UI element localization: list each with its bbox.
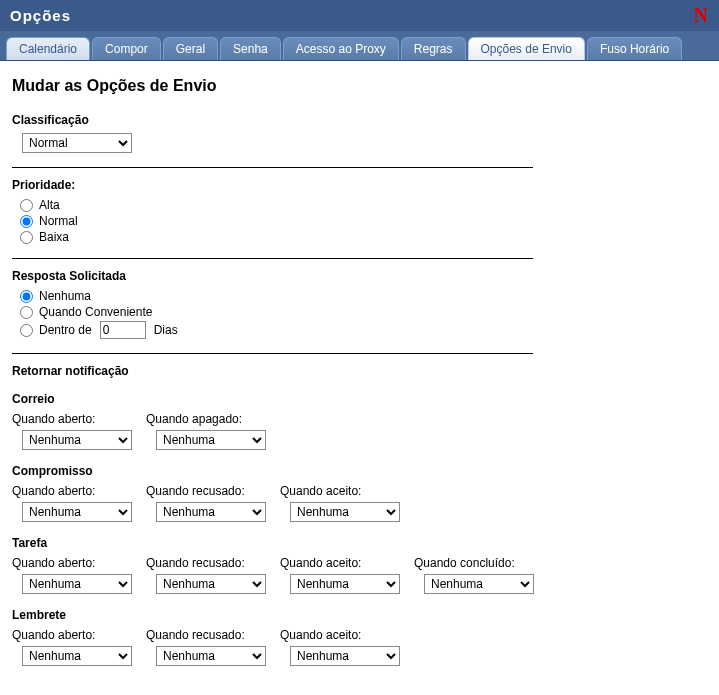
task-heading: Tarefa — [12, 536, 533, 550]
tab-regras[interactable]: Regras — [401, 37, 466, 60]
reply-within-label: Dentro de — [39, 323, 92, 337]
priority-option-label: Baixa — [39, 230, 69, 244]
task-accepted-select[interactable]: Nenhuma — [290, 574, 400, 594]
priority-option-label: Normal — [39, 214, 78, 228]
priority-option-label: Alta — [39, 198, 60, 212]
appt-declined-label: Quando recusado: — [146, 484, 266, 498]
divider — [12, 353, 533, 354]
reply-within-days-input[interactable] — [100, 321, 146, 339]
note-opened-select[interactable]: Nenhuma — [22, 646, 132, 666]
tab-opcoes-envio[interactable]: Opções de Envio — [468, 37, 585, 60]
appt-declined-select[interactable]: Nenhuma — [156, 502, 266, 522]
task-completed-select[interactable]: Nenhuma — [424, 574, 534, 594]
reply-label: Resposta Solicitada — [12, 269, 533, 283]
tab-geral[interactable]: Geral — [163, 37, 218, 60]
task-opened-label: Quando aberto: — [12, 556, 132, 570]
note-heading: Lembrete — [12, 608, 533, 622]
task-declined-label: Quando recusado: — [146, 556, 266, 570]
mail-deleted-select[interactable]: Nenhuma — [156, 430, 266, 450]
task-opened-select[interactable]: Nenhuma — [22, 574, 132, 594]
priority-radio-baixa[interactable] — [20, 231, 33, 244]
mail-opened-label: Quando aberto: — [12, 412, 132, 426]
titlebar: Opções N — [0, 0, 719, 31]
divider — [12, 167, 533, 168]
tab-bar: Calendário Compor Geral Senha Acesso ao … — [0, 31, 719, 61]
task-completed-label: Quando concluído: — [414, 556, 534, 570]
task-declined-select[interactable]: Nenhuma — [156, 574, 266, 594]
note-opened-label: Quando aberto: — [12, 628, 132, 642]
note-accepted-select[interactable]: Nenhuma — [290, 646, 400, 666]
tab-compor[interactable]: Compor — [92, 37, 161, 60]
priority-label: Prioridade: — [12, 178, 533, 192]
note-accepted-label: Quando aceito: — [280, 628, 400, 642]
return-notify-label: Retornar notificação — [12, 364, 533, 378]
mail-deleted-label: Quando apagado: — [146, 412, 266, 426]
tab-acesso-proxy[interactable]: Acesso ao Proxy — [283, 37, 399, 60]
page-heading: Mudar as Opções de Envio — [12, 77, 533, 95]
priority-radio-alta[interactable] — [20, 199, 33, 212]
reply-radio-convenient[interactable] — [20, 306, 33, 319]
reply-option-label: Quando Conveniente — [39, 305, 152, 319]
reply-within-suffix: Dias — [154, 323, 178, 337]
appt-heading: Compromisso — [12, 464, 533, 478]
divider — [12, 258, 533, 259]
novell-logo: N — [694, 4, 709, 27]
appt-accepted-label: Quando aceito: — [280, 484, 400, 498]
reply-radio-within[interactable] — [20, 324, 33, 337]
window-title: Opções — [10, 7, 71, 24]
appt-opened-select[interactable]: Nenhuma — [22, 502, 132, 522]
classification-label: Classificação — [12, 113, 533, 127]
content-pane: Mudar as Opções de Envio Classificação N… — [0, 61, 545, 676]
tab-senha[interactable]: Senha — [220, 37, 281, 60]
appt-accepted-select[interactable]: Nenhuma — [290, 502, 400, 522]
mail-opened-select[interactable]: Nenhuma — [22, 430, 132, 450]
priority-radio-normal[interactable] — [20, 215, 33, 228]
note-declined-select[interactable]: Nenhuma — [156, 646, 266, 666]
reply-radio-none[interactable] — [20, 290, 33, 303]
mail-heading: Correio — [12, 392, 533, 406]
reply-option-label: Nenhuma — [39, 289, 91, 303]
appt-opened-label: Quando aberto: — [12, 484, 132, 498]
tab-fuso-horario[interactable]: Fuso Horário — [587, 37, 682, 60]
tab-calendario[interactable]: Calendário — [6, 37, 90, 60]
note-declined-label: Quando recusado: — [146, 628, 266, 642]
task-accepted-label: Quando aceito: — [280, 556, 400, 570]
classification-select[interactable]: Normal — [22, 133, 132, 153]
